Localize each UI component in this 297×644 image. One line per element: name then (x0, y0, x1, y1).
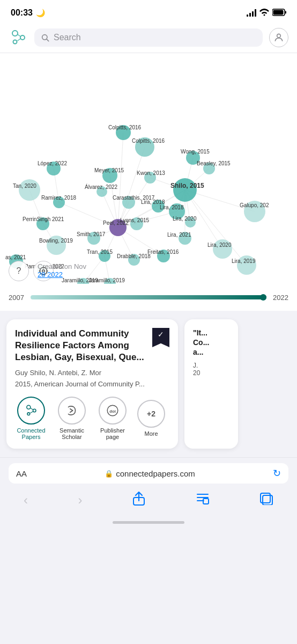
node-label-shilo: Shilo, 2015 (170, 182, 204, 189)
browser-url-center: 🔒 connectedpapers.com (105, 469, 195, 478)
bookmarks-button[interactable] (191, 490, 214, 510)
svg-line-21 (185, 158, 193, 190)
paper-card: Individual and Community Resilience Fact… (6, 319, 178, 449)
node-label: Bowling, 2019 (39, 238, 73, 244)
svg-point-51 (122, 196, 135, 209)
node-label: Peel, 2022 (103, 220, 129, 226)
svg-point-81 (33, 409, 36, 412)
svg-point-44 (203, 163, 215, 174)
browser-nav: ‹ › (9, 489, 288, 511)
card-title: Individual and Community Resilience Fact… (15, 328, 147, 363)
svg-rect-89 (261, 493, 270, 503)
svg-line-26 (185, 190, 190, 222)
svg-text:doi: doi (109, 409, 116, 414)
node-label: Galupo, 202 (240, 202, 269, 208)
card2-journal: J. (193, 362, 229, 369)
forward-button[interactable]: › (74, 491, 87, 510)
svg-line-8 (47, 39, 49, 41)
node-label: Colpitts, 2016 (132, 138, 165, 144)
lock-icon: 🔒 (105, 470, 113, 478)
svg-point-65 (157, 250, 170, 262)
browser-domain[interactable]: connectedpapers.com (116, 469, 195, 478)
paper-card-partial: "It...Co...a... J. 20 (184, 319, 238, 449)
connected-papers-button[interactable]: Connected Papers (15, 397, 47, 440)
node-label: Colpitts, 2016 (108, 125, 141, 130)
tabs-button[interactable] (255, 490, 278, 510)
graph-area[interactable]: Colpitts, 2016 Colpitts, 2016 Wong, 2015… (0, 53, 297, 311)
more-label: More (144, 430, 158, 437)
svg-point-55 (185, 217, 196, 228)
semantic-scholar-button[interactable]: Semantic Scholar (56, 397, 88, 440)
svg-point-43 (186, 151, 200, 165)
node-label: Lira, 2021 (167, 232, 191, 238)
svg-point-66 (213, 239, 232, 259)
search-icon (41, 33, 49, 42)
svg-line-38 (105, 256, 110, 284)
share-button[interactable] (128, 489, 150, 511)
svg-point-53 (152, 200, 165, 213)
svg-point-47 (144, 172, 156, 184)
svg-point-41 (116, 125, 131, 140)
publisher-page-button[interactable]: doi Publisher page (96, 397, 129, 440)
publisher-page-circle: doi (99, 397, 127, 425)
svg-point-42 (135, 137, 154, 157)
svg-line-30 (185, 190, 247, 265)
svg-line-10 (118, 133, 123, 228)
app-logo[interactable] (9, 28, 28, 47)
svg-line-16 (118, 211, 177, 228)
created-date-link[interactable]: 28 2022 (38, 270, 63, 279)
svg-line-11 (118, 147, 145, 228)
node-label: Jaramillo, 2019 (88, 277, 125, 283)
search-placeholder: Search (54, 33, 81, 42)
svg-point-80 (27, 406, 31, 409)
user-avatar[interactable] (269, 28, 288, 47)
browser-aa[interactable]: AA (16, 469, 27, 478)
signal-icon (247, 9, 256, 17)
connected-papers-label: Connected Papers (15, 427, 47, 440)
semantic-scholar-circle (58, 397, 86, 425)
svg-line-35 (54, 169, 59, 202)
status-icons (247, 9, 286, 18)
card2-year: 20 (193, 369, 229, 377)
top-nav: Search (0, 24, 297, 53)
semantic-scholar-label: Semantic Scholar (56, 427, 88, 440)
node-label: Lira, 2020 (207, 242, 231, 248)
back-button[interactable]: ‹ (19, 491, 32, 510)
connected-papers-circle (17, 397, 45, 425)
svg-line-17 (118, 224, 137, 228)
svg-line-15 (118, 206, 158, 228)
timeline-start: 2007 (9, 294, 24, 302)
svg-line-84 (30, 412, 33, 413)
bookmark-icon[interactable]: ✓ (152, 328, 169, 347)
svg-rect-88 (203, 499, 209, 504)
svg-point-52 (53, 196, 65, 208)
svg-rect-1 (273, 10, 284, 14)
svg-point-63 (99, 250, 110, 262)
svg-point-71 (237, 255, 256, 275)
svg-point-56 (244, 201, 265, 222)
svg-point-48 (173, 178, 197, 202)
svg-point-9 (277, 34, 281, 38)
card-journal: 2015, American Journal of Community P... (15, 380, 169, 388)
node-label: Lira, 2020 (173, 216, 196, 222)
svg-line-23 (150, 178, 185, 190)
node-label: as, 2021 (5, 254, 26, 260)
svg-line-6 (18, 39, 21, 41)
more-button[interactable]: +2 More (137, 400, 165, 437)
svg-line-22 (185, 169, 209, 190)
svg-point-46 (102, 168, 117, 183)
svg-line-33 (105, 228, 118, 256)
search-bar[interactable]: Search (34, 28, 263, 47)
reload-icon[interactable]: ↻ (273, 467, 281, 479)
svg-line-28 (118, 228, 164, 256)
svg-line-32 (118, 228, 134, 260)
svg-line-18 (94, 228, 118, 238)
browser-url-row: AA 🔒 connectedpapers.com ↻ (9, 463, 288, 484)
node-label: Meyer, 2015 (94, 167, 124, 173)
card-header: Individual and Community Resilience Fact… (15, 328, 169, 363)
svg-line-36 (43, 224, 56, 245)
svg-line-31 (185, 190, 255, 211)
help-button[interactable]: ? (9, 261, 29, 281)
timeline-bar[interactable] (31, 295, 266, 299)
node-label: Lira, 2019 (232, 258, 255, 264)
